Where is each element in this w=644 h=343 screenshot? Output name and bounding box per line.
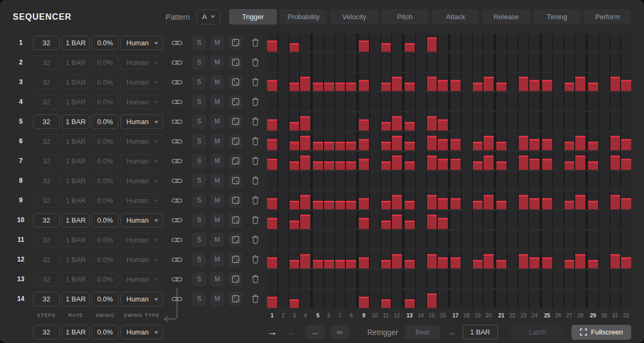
trigger-bar[interactable] bbox=[313, 201, 323, 209]
dice-random-button[interactable] bbox=[228, 252, 243, 267]
step-cell-20[interactable] bbox=[484, 53, 494, 71]
step-cell-31[interactable] bbox=[610, 152, 621, 170]
step-cell-3[interactable] bbox=[289, 191, 300, 209]
trigger-bar[interactable] bbox=[575, 195, 585, 209]
step-cell-1[interactable] bbox=[267, 112, 277, 130]
step-cell-14[interactable] bbox=[416, 93, 426, 111]
rate-field[interactable]: 1 BAR bbox=[62, 115, 90, 129]
step-cell-5[interactable] bbox=[313, 93, 323, 111]
mute-button[interactable]: M bbox=[210, 292, 224, 306]
trigger-bar[interactable] bbox=[496, 260, 506, 268]
trigger-bar[interactable] bbox=[621, 198, 631, 209]
step-cell-16[interactable] bbox=[438, 112, 448, 130]
step-cell-16[interactable] bbox=[438, 250, 448, 268]
step-cell-14[interactable] bbox=[416, 290, 426, 308]
step-cell-27[interactable] bbox=[565, 250, 575, 268]
trigger-bar[interactable] bbox=[565, 142, 575, 150]
step-cell-15[interactable] bbox=[427, 211, 437, 229]
step-cell-5[interactable] bbox=[313, 211, 323, 229]
step-cell-4[interactable] bbox=[300, 270, 310, 288]
trigger-bar[interactable] bbox=[588, 142, 598, 150]
step-cell-12[interactable] bbox=[392, 93, 402, 111]
trigger-bar[interactable] bbox=[392, 215, 402, 229]
step-cell-29[interactable] bbox=[588, 290, 598, 308]
step-cell-20[interactable] bbox=[484, 152, 494, 170]
step-cell-12[interactable] bbox=[392, 53, 402, 71]
trigger-bar[interactable] bbox=[610, 254, 621, 268]
step-cell-30[interactable] bbox=[599, 172, 609, 190]
trigger-bar[interactable] bbox=[267, 297, 277, 308]
step-cell-6[interactable] bbox=[324, 270, 334, 288]
trigger-bar[interactable] bbox=[359, 218, 369, 229]
steps-field[interactable]: 32 bbox=[33, 95, 60, 109]
solo-button[interactable]: S bbox=[192, 55, 206, 70]
step-cell-8[interactable] bbox=[346, 191, 356, 209]
swing-field[interactable]: 0.0% bbox=[92, 252, 118, 267]
step-cell-12[interactable] bbox=[392, 290, 402, 308]
step-cell-18[interactable] bbox=[462, 270, 472, 288]
step-cell-6[interactable] bbox=[324, 53, 334, 71]
step-cell-2[interactable] bbox=[278, 53, 288, 71]
step-cell-15[interactable] bbox=[427, 290, 437, 308]
trigger-bar[interactable] bbox=[300, 156, 310, 170]
step-cell-27[interactable] bbox=[565, 132, 575, 150]
step-cell-15[interactable] bbox=[427, 231, 437, 249]
trash-icon[interactable] bbox=[248, 255, 263, 264]
step-cell-6[interactable] bbox=[324, 93, 334, 111]
dice-random-button[interactable] bbox=[228, 292, 243, 306]
step-cell-5[interactable] bbox=[313, 73, 323, 91]
step-cell-19[interactable] bbox=[473, 270, 483, 288]
step-cell-18[interactable] bbox=[462, 53, 472, 71]
step-cell-10[interactable] bbox=[370, 53, 380, 71]
step-cell-8[interactable] bbox=[346, 211, 356, 229]
trigger-bar[interactable] bbox=[267, 80, 277, 91]
step-cell-4[interactable] bbox=[300, 191, 310, 209]
step-cell-9[interactable] bbox=[359, 34, 369, 52]
step-cell-29[interactable] bbox=[588, 152, 598, 170]
step-cell-10[interactable] bbox=[370, 132, 380, 150]
dice-random-button[interactable] bbox=[228, 193, 243, 208]
trigger-bar[interactable] bbox=[289, 260, 300, 268]
step-cell-1[interactable] bbox=[267, 250, 277, 268]
step-cell-28[interactable] bbox=[575, 152, 585, 170]
step-cell-18[interactable] bbox=[462, 191, 472, 209]
step-cell-19[interactable] bbox=[473, 34, 483, 52]
step-cell-7[interactable] bbox=[335, 93, 345, 111]
trigger-bar[interactable] bbox=[529, 159, 540, 170]
step-cell-30[interactable] bbox=[599, 93, 609, 111]
direction-forward-button[interactable]: → bbox=[267, 327, 277, 337]
step-cell-23[interactable] bbox=[519, 250, 529, 268]
swing-type-select[interactable]: Human bbox=[120, 213, 163, 227]
step-cell-11[interactable] bbox=[381, 73, 391, 91]
step-cell-21[interactable] bbox=[496, 290, 506, 308]
step-cell-32[interactable] bbox=[621, 231, 631, 249]
master-swing-field[interactable]: 0.0% bbox=[92, 325, 118, 339]
trigger-bar[interactable] bbox=[438, 218, 448, 229]
step-cell-4[interactable] bbox=[300, 172, 310, 190]
trigger-bar[interactable] bbox=[300, 195, 310, 209]
step-cell-12[interactable] bbox=[392, 191, 402, 209]
step-cell-19[interactable] bbox=[473, 231, 483, 249]
step-cell-5[interactable] bbox=[313, 290, 323, 308]
step-cell-23[interactable] bbox=[519, 290, 529, 308]
swing-type-select[interactable]: Human bbox=[120, 134, 163, 149]
trigger-bar[interactable] bbox=[450, 139, 461, 150]
step-cell-7[interactable] bbox=[335, 231, 345, 249]
link-icon[interactable] bbox=[167, 157, 187, 165]
step-cell-16[interactable] bbox=[438, 231, 448, 249]
trigger-bar[interactable] bbox=[484, 195, 494, 209]
step-cell-30[interactable] bbox=[599, 250, 609, 268]
step-cell-1[interactable] bbox=[267, 191, 277, 209]
step-cell-21[interactable] bbox=[496, 53, 506, 71]
master-swing-type-select[interactable]: Human bbox=[120, 325, 163, 339]
fullscreen-button[interactable]: Fullscreen bbox=[571, 325, 631, 340]
step-cell-26[interactable] bbox=[553, 211, 564, 229]
step-cell-15[interactable] bbox=[427, 73, 437, 91]
trigger-bar[interactable] bbox=[473, 260, 483, 268]
step-cell-22[interactable] bbox=[508, 93, 518, 111]
step-cell-4[interactable] bbox=[300, 250, 310, 268]
step-cell-22[interactable] bbox=[508, 53, 518, 71]
direction-pingpong-button[interactable]: ↔ bbox=[305, 325, 325, 339]
dice-random-button[interactable] bbox=[228, 174, 243, 188]
step-cell-7[interactable] bbox=[335, 112, 345, 130]
